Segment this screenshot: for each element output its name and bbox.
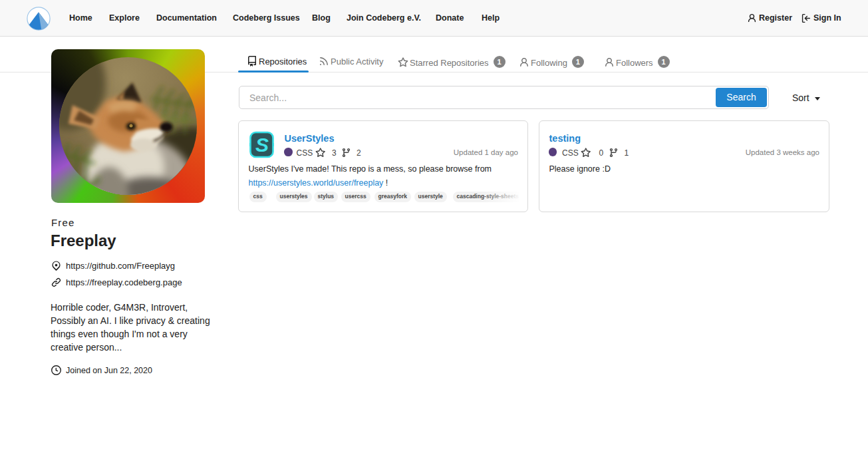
svg-text:S: S <box>255 134 269 156</box>
